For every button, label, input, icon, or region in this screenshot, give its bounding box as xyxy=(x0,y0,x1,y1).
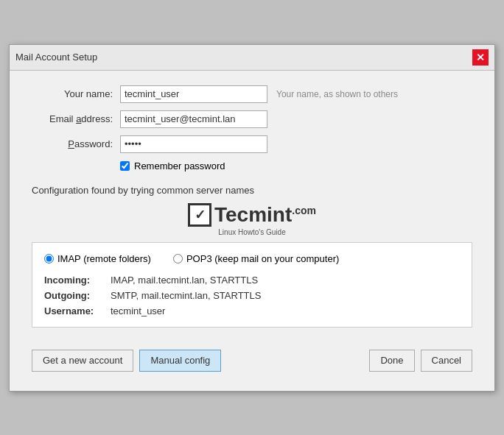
button-row: Get a new account Manual config Done Can… xyxy=(32,342,472,376)
imap-radio[interactable] xyxy=(44,254,54,264)
server-info: Incoming: IMAP, mail.tecmint.lan, STARTT… xyxy=(44,275,460,316)
name-hint: Your name, as shown to others xyxy=(276,89,398,99)
pop3-label: POP3 (keep mail on your computer) xyxy=(186,253,339,264)
email-row: Email address: xyxy=(32,110,472,128)
tecmint-icon: ✓ xyxy=(188,203,211,227)
outgoing-row: Outgoing: SMTP, mail.tecmint.lan, STARTT… xyxy=(44,290,460,301)
pop3-option[interactable]: POP3 (keep mail on your computer) xyxy=(173,253,339,264)
username-row: Username: tecmint_user xyxy=(44,305,460,316)
pop3-radio[interactable] xyxy=(173,254,183,264)
config-found-text: Configuration found by trying common ser… xyxy=(32,185,472,196)
incoming-label: Incoming: xyxy=(44,275,111,286)
content-area: Your name: Your name, as shown to others… xyxy=(10,71,494,391)
imap-option[interactable]: IMAP (remote folders) xyxy=(44,253,151,264)
remember-checkbox[interactable] xyxy=(120,161,130,171)
name-input[interactable] xyxy=(120,85,267,103)
remember-row: Remember password xyxy=(120,160,472,171)
remember-label[interactable]: Remember password xyxy=(134,160,225,171)
username-label: Username: xyxy=(44,305,111,316)
password-row: Password: xyxy=(32,135,472,153)
new-account-button[interactable]: Get a new account xyxy=(32,350,133,372)
incoming-row: Incoming: IMAP, mail.tecmint.lan, STARTT… xyxy=(44,275,460,286)
main-window: Mail Account Setup ✕ Your name: Your nam… xyxy=(9,44,495,392)
incoming-value: IMAP, mail.tecmint.lan, STARTTLS xyxy=(111,275,258,286)
tecmint-tagline: Linux Howto's Guide xyxy=(218,228,285,236)
watermark-area: ✓ Tecmint.com Linux Howto's Guide xyxy=(32,203,472,236)
password-label: Password: xyxy=(32,138,113,149)
protocol-box: IMAP (remote folders) POP3 (keep mail on… xyxy=(32,242,472,328)
title-bar: Mail Account Setup ✕ xyxy=(10,45,494,71)
right-buttons: Done Cancel xyxy=(369,350,472,372)
imap-label: IMAP (remote folders) xyxy=(57,253,151,264)
email-input[interactable] xyxy=(120,110,267,128)
tecmint-brand: ✓ Tecmint.com xyxy=(188,203,316,227)
outgoing-label: Outgoing: xyxy=(44,290,111,301)
email-label: Email address: xyxy=(32,113,113,124)
name-label: Your name: xyxy=(32,88,113,99)
tecmint-brand-text: Tecmint.com xyxy=(214,203,316,227)
manual-config-button[interactable]: Manual config xyxy=(139,350,221,372)
window-title: Mail Account Setup xyxy=(15,52,97,63)
form-section: Your name: Your name, as shown to others… xyxy=(32,85,472,171)
close-button[interactable]: ✕ xyxy=(472,49,489,66)
name-row: Your name: Your name, as shown to others xyxy=(32,85,472,103)
password-input[interactable] xyxy=(120,135,267,153)
username-value: tecmint_user xyxy=(111,305,165,316)
outgoing-value: SMTP, mail.tecmint.lan, STARTTLS xyxy=(111,290,261,301)
done-button[interactable]: Done xyxy=(369,350,414,372)
cancel-button[interactable]: Cancel xyxy=(421,350,472,372)
radio-row: IMAP (remote folders) POP3 (keep mail on… xyxy=(44,253,460,264)
tecmint-logo: ✓ Tecmint.com Linux Howto's Guide xyxy=(188,203,316,236)
